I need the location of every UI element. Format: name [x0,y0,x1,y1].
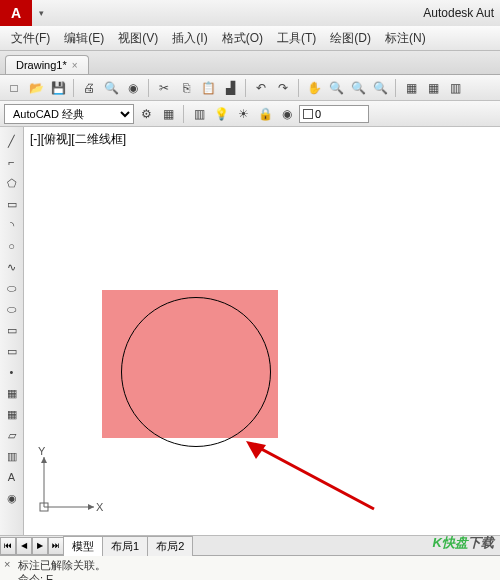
drawing-canvas[interactable]: [-][俯视][二维线框] X Y [24,127,500,535]
svg-marker-1 [246,441,266,459]
menu-format[interactable]: 格式(O) [215,27,270,50]
print-preview-button[interactable]: 🔍 [101,78,121,98]
menu-tools[interactable]: 工具(T) [270,27,323,50]
region-tool[interactable]: ▱ [2,425,22,445]
tab-prev-button[interactable]: ◀ [16,537,32,555]
separator [298,79,299,97]
print-button[interactable]: 🖨 [79,78,99,98]
layer-freeze-icon[interactable]: ☀ [233,104,253,124]
pan-button[interactable]: ✋ [304,78,324,98]
command-close-icon[interactable]: × [4,558,18,580]
svg-text:X: X [96,501,104,513]
ellipse-arc-tool[interactable]: ⬭ [2,299,22,319]
layer-name: 0 [315,108,321,120]
new-button[interactable]: □ [4,78,24,98]
app-title: Autodesk Aut [50,6,500,20]
main-area: ╱ ⌐ ⬠ ▭ ◝ ○ ∿ ⬭ ⬭ ▭ ▭ • ▦ ▦ ▱ ▥ A ◉ [-][… [0,127,500,535]
layer-dropdown[interactable]: 0 [299,105,369,123]
undo-button[interactable]: ↶ [251,78,271,98]
layer-lock-icon[interactable]: 🔒 [255,104,275,124]
tab-next-button[interactable]: ▶ [32,537,48,555]
qat-dropdown-icon[interactable]: ▾ [36,8,46,18]
tab-close-icon[interactable]: × [72,60,78,71]
arc-tool[interactable]: ◝ [2,215,22,235]
menu-draw[interactable]: 绘图(D) [323,27,378,50]
standard-toolbar: □ 📂 💾 🖨 🔍 ◉ ✂ ⎘ 📋 ▟ ↶ ↷ ✋ 🔍 🔍 🔍 ▦ ▦ ▥ [0,75,500,101]
svg-text:Y: Y [38,447,46,457]
match-button[interactable]: ▟ [220,78,240,98]
paste-button[interactable]: 📋 [198,78,218,98]
command-line: 标注已解除关联。 [18,558,496,572]
menu-edit[interactable]: 编辑(E) [57,27,111,50]
separator [395,79,396,97]
gradient-tool[interactable]: ▦ [2,404,22,424]
model-tab[interactable]: 模型 [63,536,103,556]
layout2-tab[interactable]: 布局2 [147,536,193,556]
tool-palettes-button[interactable]: ▥ [445,78,465,98]
publish-button[interactable]: ◉ [123,78,143,98]
make-block-tool[interactable]: ▭ [2,341,22,361]
document-tab[interactable]: Drawing1* × [5,55,89,74]
zoom-button[interactable]: 🔍 [326,78,346,98]
workspace-dropdown[interactable]: AutoCAD 经典 [4,104,134,124]
separator [148,79,149,97]
tab-last-button[interactable]: ⏭ [48,537,64,555]
layout1-tab[interactable]: 布局1 [102,536,148,556]
menu-annotate[interactable]: 标注(N) [378,27,433,50]
redo-button[interactable]: ↷ [273,78,293,98]
ucs-icon: X Y [34,447,104,517]
mtext-tool[interactable]: A [2,467,22,487]
app-logo[interactable]: A [0,0,32,26]
workspace-grid-button[interactable]: ▦ [158,104,178,124]
draw-toolbar: ╱ ⌐ ⬠ ▭ ◝ ○ ∿ ⬭ ⬭ ▭ ▭ • ▦ ▦ ▱ ▥ A ◉ [0,127,24,535]
cut-button[interactable]: ✂ [154,78,174,98]
table-tool[interactable]: ▥ [2,446,22,466]
document-tab-label: Drawing1* [16,59,67,71]
document-tab-bar: Drawing1* × [0,51,500,75]
open-button[interactable]: 📂 [26,78,46,98]
ellipse-tool[interactable]: ⬭ [2,278,22,298]
rectangle-tool[interactable]: ▭ [2,194,22,214]
menu-view[interactable]: 视图(V) [111,27,165,50]
workspace-toolbar: AutoCAD 经典 ⚙ ▦ ▥ 💡 ☀ 🔒 ◉ 0 [0,101,500,127]
copy-button[interactable]: ⎘ [176,78,196,98]
tab-scroll-buttons: ⏮ ◀ ▶ ⏭ [0,537,64,555]
drawn-circle[interactable] [121,297,271,447]
workspace-settings-button[interactable]: ⚙ [136,104,156,124]
quick-access-toolbar: ▾ [32,8,50,18]
properties-button[interactable]: ▦ [401,78,421,98]
add-selected-tool[interactable]: ◉ [2,488,22,508]
insert-block-tool[interactable]: ▭ [2,320,22,340]
separator [245,79,246,97]
hatch-tool[interactable]: ▦ [2,383,22,403]
title-bar: A ▾ Autodesk Aut [0,0,500,26]
point-tool[interactable]: • [2,362,22,382]
layer-bulb-icon[interactable]: 💡 [211,104,231,124]
design-center-button[interactable]: ▦ [423,78,443,98]
svg-line-0 [254,445,374,509]
layer-manager-button[interactable]: ▥ [189,104,209,124]
command-text: 标注已解除关联。 命令: E ERASE 选择对象: 找到 1 个 [18,558,496,580]
zoom-prev-button[interactable]: 🔍 [370,78,390,98]
menu-insert[interactable]: 插入(I) [165,27,214,50]
line-tool[interactable]: ╱ [2,131,22,151]
layer-plot-icon[interactable]: ◉ [277,104,297,124]
circle-tool[interactable]: ○ [2,236,22,256]
menu-file[interactable]: 文件(F) [4,27,57,50]
polyline-tool[interactable]: ⌐ [2,152,22,172]
command-window[interactable]: × 标注已解除关联。 命令: E ERASE 选择对象: 找到 1 个 [0,555,500,580]
menu-bar: 文件(F) 编辑(E) 视图(V) 插入(I) 格式(O) 工具(T) 绘图(D… [0,26,500,51]
layer-color-swatch [303,109,313,119]
polygon-tool[interactable]: ⬠ [2,173,22,193]
command-line: 命令: E [18,572,496,580]
svg-marker-4 [88,504,94,510]
viewport-label[interactable]: [-][俯视][二维线框] [30,131,126,148]
zoom-window-button[interactable]: 🔍 [348,78,368,98]
tab-first-button[interactable]: ⏮ [0,537,16,555]
svg-marker-5 [41,457,47,463]
separator [73,79,74,97]
spline-tool[interactable]: ∿ [2,257,22,277]
save-button[interactable]: 💾 [48,78,68,98]
separator [183,105,184,123]
annotation-arrow [244,439,384,519]
